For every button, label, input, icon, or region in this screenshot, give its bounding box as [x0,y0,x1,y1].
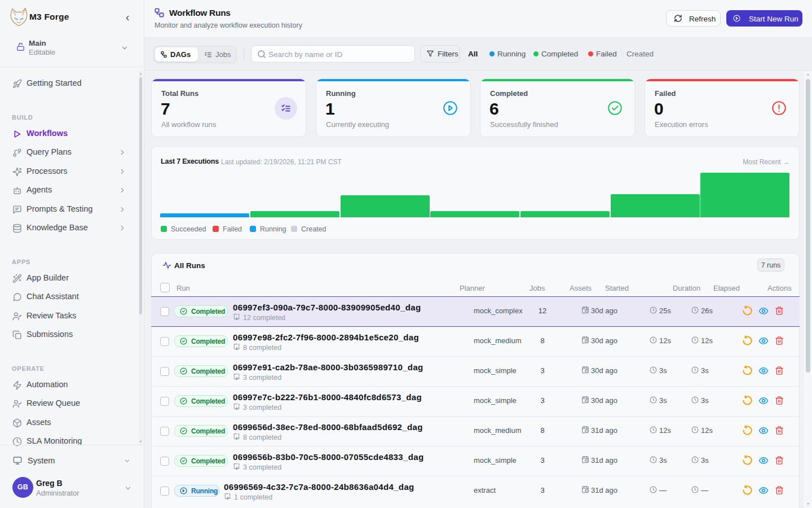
svg-text:3: 3 [24,7,27,12]
